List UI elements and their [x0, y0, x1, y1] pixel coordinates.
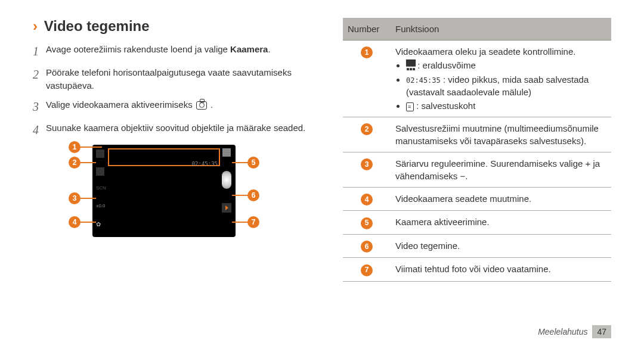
function-table: Number Funktsioon 1Videokaamera oleku ja…	[343, 18, 611, 282]
step: 3 Valige videokaamera aktiveerimiseks .	[33, 98, 307, 116]
table-row: 7Viimati tehtud foto või video vaatamine…	[343, 258, 611, 281]
camera-screenshot: SCN ±0.0 ✿ 02:45:35 1 2 3 4 5 6 7	[92, 145, 236, 237]
section-title: › Video tegemine	[33, 18, 307, 35]
bullet-item: : salvestuskoht	[406, 99, 606, 112]
step: 1 Avage ooterežiimis rakenduste loend ja…	[33, 43, 307, 60]
camcorder-icon	[222, 148, 231, 157]
ev-icon: ±0.0	[96, 203, 104, 211]
row-badge: 4	[361, 194, 373, 205]
row-desc: Videokaamera oleku ja seadete kontrollim…	[395, 46, 575, 57]
row-desc: Videokaamera seadete muutmine.	[395, 194, 531, 204]
page-number: 47	[592, 325, 611, 338]
gear-icon: ✿	[96, 221, 104, 229]
duration-icon: 02:45:35	[406, 76, 441, 85]
scn-icon: SCN	[96, 185, 104, 194]
row-badge: 7	[361, 264, 373, 276]
footer-label: Meelelahutus	[538, 327, 587, 336]
row-desc: Salvestusrežiimi muutmine (multimeediums…	[395, 123, 599, 146]
step-text: Pöörake telefoni horisontaalpaigutusega …	[46, 66, 307, 92]
chevron-right-icon: ›	[33, 18, 38, 35]
res-icon	[96, 149, 104, 158]
mms-icon	[96, 167, 104, 176]
callout-1: 1	[69, 141, 80, 153]
record-button-icon	[222, 171, 231, 189]
row-desc: Viimati tehtud foto või video vaatamine.	[395, 264, 551, 274]
resolution-icon: ███▪▪▪	[406, 60, 415, 72]
step-number: 2	[33, 66, 46, 92]
time-overlay: 02:45:35	[192, 161, 218, 167]
gallery-thumb-icon	[222, 203, 231, 213]
step-number: 1	[33, 43, 46, 60]
row-desc: Video tegemine.	[395, 241, 460, 251]
step-text: Valige videokaamera aktiveerimiseks .	[46, 98, 307, 116]
bullet-item: ███▪▪▪ : eraldusvõime	[406, 59, 606, 72]
row-desc: Säriarvu reguleerimine. Suurendamiseks v…	[395, 158, 600, 181]
callout-4: 4	[69, 216, 80, 228]
table-row: 3Säriarvu reguleerimine. Suurendamiseks …	[343, 152, 611, 188]
storage-icon	[406, 102, 414, 111]
row-badge: 2	[361, 123, 373, 135]
page-footer: Meelelahutus 47	[538, 325, 611, 338]
table-row: 4Videokaamera seadete muutmine.	[343, 188, 611, 211]
step-text: Suunake kaamera objektiiv soovitud objek…	[46, 121, 307, 139]
step: 2 Pöörake telefoni horisontaalpaigutuseg…	[33, 66, 307, 92]
step: 4 Suunake kaamera objektiiv soovitud obj…	[33, 121, 307, 139]
callout-7: 7	[247, 216, 259, 228]
step-number: 3	[33, 98, 46, 116]
row-badge: 6	[361, 241, 373, 253]
col-number: Number	[343, 18, 391, 40]
callout-2: 2	[69, 157, 80, 169]
table-row: 2Salvestusrežiimi muutmine (multimeedium…	[343, 117, 611, 152]
section-title-text: Video tegemine	[44, 18, 150, 34]
bullet-item: 02:45:35 : video pikkus, mida saab salve…	[406, 73, 606, 98]
step-number: 4	[33, 121, 46, 139]
row-badge: 1	[361, 46, 373, 58]
table-row: 6Video tegemine.	[343, 234, 611, 257]
row-badge: 3	[361, 158, 373, 170]
table-row: 1Videokaamera oleku ja seadete kontrolli…	[343, 40, 611, 117]
callout-6: 6	[247, 189, 259, 201]
step-text: Avage ooterežiimis rakenduste loend ja v…	[46, 43, 307, 60]
col-function: Funktsioon	[391, 18, 611, 40]
row-badge: 5	[361, 217, 373, 229]
row-desc: Kaamera aktiveerimine.	[395, 217, 490, 227]
callout-5: 5	[247, 157, 259, 169]
table-row: 5Kaamera aktiveerimine.	[343, 211, 611, 234]
callout-3: 3	[69, 192, 80, 204]
